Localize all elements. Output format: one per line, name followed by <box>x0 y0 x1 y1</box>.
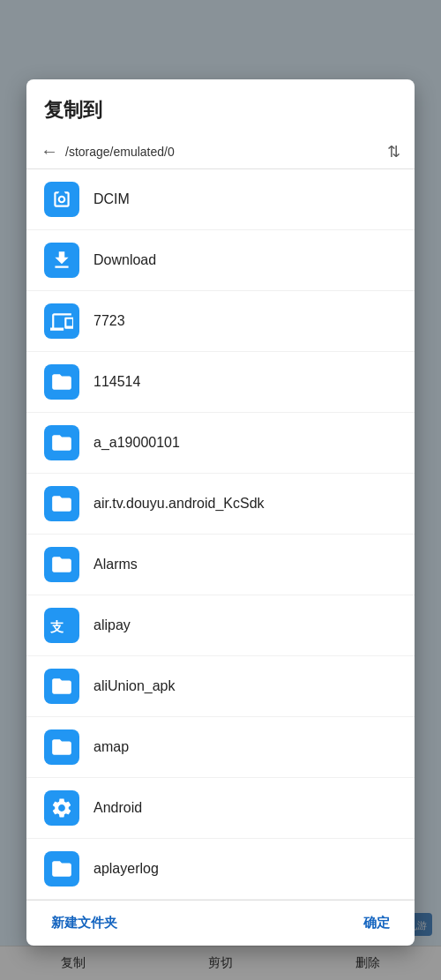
folder-name: Android <box>93 800 142 816</box>
folder-icon-aplayerlog <box>44 851 79 886</box>
folder-name: 114514 <box>93 374 140 390</box>
list-item[interactable]: aliUnion_apk <box>26 656 415 717</box>
dialog-title: 复制到 <box>26 79 415 134</box>
svg-text:支: 支 <box>50 619 64 634</box>
folder-icon-download <box>44 243 79 278</box>
list-item[interactable]: DCIM <box>26 169 415 230</box>
list-item[interactable]: 7723 <box>26 291 415 352</box>
list-item[interactable]: a_a19000101 <box>26 413 415 474</box>
folder-name: a_a19000101 <box>93 435 180 451</box>
path-back-button[interactable]: ← <box>41 141 58 161</box>
folder-icon-dcim <box>44 182 79 217</box>
list-item[interactable]: Android <box>26 778 415 839</box>
dialog-footer: 新建文件夹 确定 <box>26 900 415 946</box>
list-item[interactable]: 114514 <box>26 352 415 413</box>
folder-icon-a19000101 <box>44 425 79 460</box>
folder-icon-alipay: 支 <box>44 608 79 643</box>
folder-name: 7723 <box>93 313 125 329</box>
confirm-button[interactable]: 确定 <box>356 911 397 935</box>
folder-list: DCIM Download 7723 114514 <box>26 169 415 900</box>
folder-icon-7723 <box>44 303 79 339</box>
copy-to-dialog: 复制到 ← /storage/emulated/0 ⇅ DCIM Downloa… <box>26 79 415 946</box>
new-folder-button[interactable]: 新建文件夹 <box>44 911 124 935</box>
folder-name: amap <box>93 739 129 755</box>
list-item[interactable]: Alarms <box>26 535 415 595</box>
folder-icon-douyu <box>44 486 79 521</box>
folder-name: air.tv.douyu.android_KcSdk <box>93 496 265 512</box>
folder-icon-android <box>44 790 79 826</box>
path-bar: ← /storage/emulated/0 ⇅ <box>26 134 415 169</box>
list-item[interactable]: Download <box>26 230 415 291</box>
sort-icon[interactable]: ⇅ <box>387 142 400 161</box>
list-item[interactable]: aplayerlog <box>26 839 415 900</box>
folder-name: aplayerlog <box>93 861 159 877</box>
folder-name: DCIM <box>93 191 130 207</box>
folder-name: Download <box>93 252 156 268</box>
folder-name: aliUnion_apk <box>93 678 176 694</box>
folder-icon-alarms <box>44 547 79 582</box>
folder-name: alipay <box>93 617 131 633</box>
folder-icon-amap <box>44 729 79 765</box>
folder-name: Alarms <box>93 557 138 572</box>
list-item[interactable]: amap <box>26 717 415 778</box>
folder-icon-aliunion <box>44 669 79 704</box>
list-item[interactable]: 支 alipay <box>26 595 415 656</box>
folder-icon-114514 <box>44 364 79 400</box>
list-item[interactable]: air.tv.douyu.android_KcSdk <box>26 474 415 535</box>
current-path: /storage/emulated/0 <box>65 145 380 159</box>
